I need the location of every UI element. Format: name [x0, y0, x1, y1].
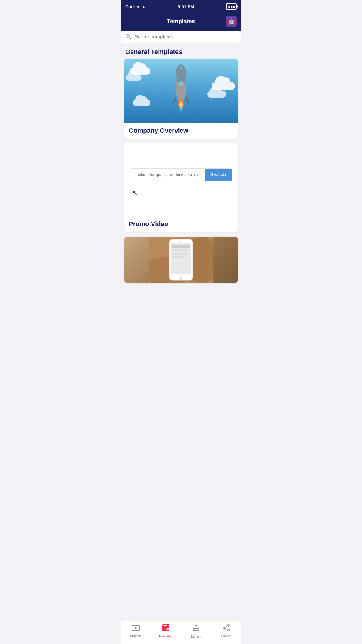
promo-video-card[interactable]: Search ↖ Promo Video [124, 143, 238, 232]
svg-point-9 [180, 67, 182, 69]
phone-mockup-svg [149, 237, 213, 283]
promo-inner: Search ↖ [124, 143, 238, 216]
svg-rect-16 [172, 249, 186, 251]
battery-icon: ■■■ [226, 4, 237, 10]
status-time: 9:01 PM [178, 4, 194, 9]
svg-rect-18 [172, 256, 184, 258]
cloud-5 [207, 91, 226, 98]
svg-rect-17 [172, 253, 189, 255]
svg-rect-15 [172, 245, 190, 248]
phone-card[interactable] [124, 237, 238, 283]
svg-point-20 [180, 241, 182, 242]
carrier-label: Carrier [125, 4, 140, 9]
carrier-info: Carrier ▲ [125, 4, 145, 9]
main-content: General Templates [121, 43, 241, 317]
page-title: Templates [136, 18, 226, 25]
status-bar: Carrier ▲ 9:01 PM ■■■ [121, 0, 241, 13]
svg-rect-14 [171, 243, 191, 274]
promo-search-widget: Search [130, 168, 232, 181]
svg-point-19 [180, 277, 182, 280]
search-bar: 🔍 [121, 31, 241, 43]
cloud-4 [133, 99, 150, 106]
search-icon: 🔍 [125, 34, 132, 40]
search-input[interactable] [135, 34, 237, 40]
general-templates-section: General Templates [121, 43, 241, 59]
promo-search-input[interactable] [130, 169, 205, 181]
promo-search-button[interactable]: Search [205, 169, 232, 181]
cloud-2 [126, 75, 142, 80]
rocket-image [124, 59, 238, 123]
cursor-icon: ↖ [132, 189, 232, 197]
phone-image [124, 237, 238, 283]
nav-header: Templates 🤖 [121, 13, 241, 31]
general-templates-title: General Templates [125, 48, 237, 56]
company-overview-card[interactable]: Company Overview [124, 59, 238, 139]
company-overview-label: Company Overview [124, 123, 238, 139]
avatar-icon: 🤖 [228, 18, 235, 25]
promo-video-label: Promo Video [124, 216, 238, 232]
rocket-icon [169, 64, 193, 111]
wifi-icon: ▲ [141, 4, 145, 9]
svg-point-3 [180, 83, 182, 84]
avatar[interactable]: 🤖 [226, 16, 237, 27]
